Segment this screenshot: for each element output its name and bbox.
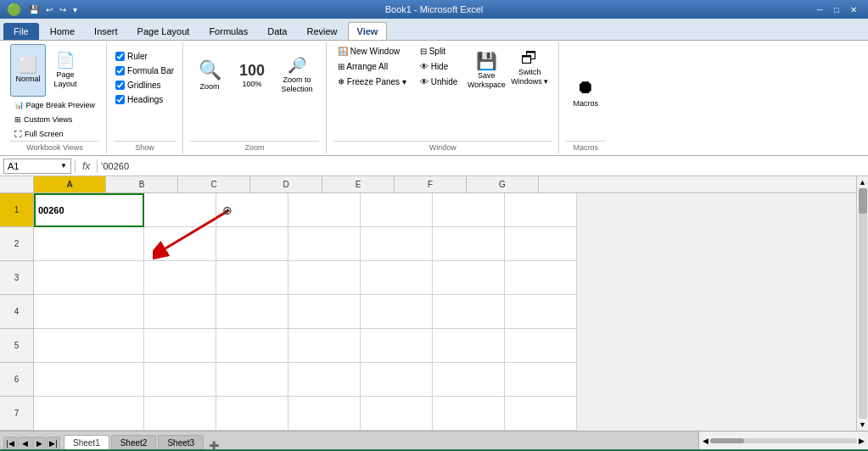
- redo-quick-btn[interactable]: ↪: [57, 4, 69, 15]
- undo-quick-btn[interactable]: ↩: [43, 4, 55, 15]
- cell-b7[interactable]: [144, 397, 216, 431]
- col-header-c[interactable]: C: [178, 176, 250, 193]
- col-header-b[interactable]: B: [106, 176, 178, 193]
- cell-g7[interactable]: [505, 397, 577, 431]
- cell-d7[interactable]: [288, 397, 361, 431]
- cell-d4[interactable]: [288, 295, 361, 329]
- sheet-nav-next[interactable]: ▶: [32, 437, 46, 449]
- cell-b2[interactable]: [144, 227, 216, 261]
- cell-b3[interactable]: [144, 261, 216, 295]
- cell-b5[interactable]: [144, 329, 216, 363]
- tab-review[interactable]: Review: [297, 22, 346, 40]
- sheet-tab-sheet1[interactable]: Sheet1: [64, 435, 109, 449]
- new-sheet-btn[interactable]: ➕: [209, 441, 219, 449]
- vertical-scrollbar[interactable]: ▲ ▼: [856, 176, 868, 431]
- cell-c5[interactable]: [216, 329, 288, 363]
- formula-input[interactable]: [101, 159, 865, 174]
- ruler-check[interactable]: Ruler: [114, 51, 149, 62]
- cell-c3[interactable]: [216, 261, 288, 295]
- close-btn[interactable]: ✕: [846, 3, 861, 16]
- row-header-4[interactable]: 4: [0, 295, 34, 329]
- hide-btn[interactable]: 👁 Hide: [416, 59, 462, 74]
- switch-windows-btn[interactable]: 🗗 SwitchWindows ▾: [507, 44, 552, 100]
- custom-views-btn[interactable]: ⊞ Custom Views: [10, 113, 99, 126]
- zoom-selection-btn[interactable]: 🔎 Zoom toSelection: [275, 47, 319, 103]
- unhide-btn[interactable]: 👁 Unhide: [416, 75, 462, 89]
- save-workspace-btn[interactable]: 💾 SaveWorkspace: [467, 44, 506, 97]
- sheet-tab-sheet3[interactable]: Sheet3: [158, 435, 204, 449]
- tab-view[interactable]: View: [348, 22, 388, 40]
- tab-formulas[interactable]: Formulas: [199, 22, 257, 40]
- cell-a1[interactable]: 00260: [34, 193, 144, 227]
- cell-a5[interactable]: [34, 329, 144, 363]
- new-window-btn[interactable]: 🪟 New Window: [333, 44, 411, 58]
- cell-b1[interactable]: [144, 193, 216, 227]
- cell-a2[interactable]: [34, 227, 144, 261]
- cell-b4[interactable]: [144, 295, 216, 329]
- cell-d5[interactable]: [288, 329, 361, 363]
- cell-f4[interactable]: [433, 295, 505, 329]
- cell-a3[interactable]: [34, 261, 144, 295]
- h-scroll-thumb[interactable]: [710, 438, 744, 443]
- sheet-nav-prev[interactable]: ◀: [18, 437, 31, 449]
- cell-a4[interactable]: [34, 295, 144, 329]
- page-break-preview-btn[interactable]: 📊 Page Break Preview: [10, 98, 99, 112]
- scroll-track[interactable]: [859, 188, 867, 419]
- cell-g5[interactable]: [505, 329, 577, 363]
- cell-c6[interactable]: [216, 363, 288, 397]
- tab-insert[interactable]: Insert: [85, 22, 127, 40]
- normal-btn[interactable]: ⬜ Normal: [10, 44, 46, 97]
- full-screen-btn[interactable]: ⛶ Full Screen: [10, 127, 99, 141]
- row-header-3[interactable]: 3: [0, 261, 34, 295]
- sheet-nav-first[interactable]: |◀: [3, 437, 17, 449]
- freeze-panes-btn[interactable]: ❄ Freeze Panes ▾: [333, 75, 411, 89]
- save-quick-btn[interactable]: 💾: [26, 4, 42, 15]
- cell-g6[interactable]: [505, 363, 577, 397]
- cell-c4[interactable]: [216, 295, 288, 329]
- gridlines-check[interactable]: Gridlines: [114, 80, 162, 91]
- row-header-6[interactable]: 6: [0, 363, 34, 397]
- col-header-e[interactable]: E: [322, 176, 395, 193]
- scroll-up-btn[interactable]: ▲: [859, 178, 866, 187]
- cell-g4[interactable]: [505, 295, 577, 329]
- col-header-f[interactable]: F: [395, 176, 467, 193]
- cell-g3[interactable]: [505, 261, 577, 295]
- cell-e2[interactable]: [361, 227, 433, 261]
- cell-f3[interactable]: [433, 261, 505, 295]
- tab-home[interactable]: Home: [41, 22, 84, 40]
- cell-f7[interactable]: [433, 397, 505, 431]
- headings-check[interactable]: Headings: [114, 94, 165, 105]
- cell-a7[interactable]: [34, 397, 144, 431]
- name-box-dropdown[interactable]: ▼: [60, 162, 67, 170]
- cell-e1[interactable]: [361, 193, 433, 227]
- cell-g1[interactable]: [505, 193, 577, 227]
- cell-a6[interactable]: [34, 363, 144, 397]
- row-header-5[interactable]: 5: [0, 329, 34, 363]
- customize-quick-btn[interactable]: ▾: [70, 4, 80, 15]
- cell-d2[interactable]: [288, 227, 361, 261]
- cell-f6[interactable]: [433, 363, 505, 397]
- zoom-100-btn[interactable]: 100 100%: [232, 47, 272, 103]
- cell-e5[interactable]: [361, 329, 433, 363]
- split-btn[interactable]: ⊟ Split: [416, 44, 462, 58]
- cell-e6[interactable]: [361, 363, 433, 397]
- cell-c7[interactable]: [216, 397, 288, 431]
- scroll-right-btn[interactable]: ▶: [859, 437, 865, 445]
- cell-c1[interactable]: [216, 193, 288, 227]
- row-header-2[interactable]: 2: [0, 227, 34, 261]
- name-box[interactable]: A1 ▼: [3, 159, 71, 174]
- col-header-a[interactable]: A: [34, 176, 106, 193]
- cell-c2[interactable]: [216, 227, 288, 261]
- col-header-g[interactable]: G: [467, 176, 539, 193]
- scroll-thumb[interactable]: [859, 188, 867, 214]
- tab-page-layout[interactable]: Page Layout: [128, 22, 199, 40]
- zoom-btn[interactable]: 🔍 Zoom: [190, 47, 229, 103]
- cell-d3[interactable]: [288, 261, 361, 295]
- macros-btn[interactable]: ⏺ Macros: [566, 64, 605, 120]
- cell-e3[interactable]: [361, 261, 433, 295]
- scroll-left-btn[interactable]: ◀: [703, 437, 708, 445]
- horizontal-scrollbar[interactable]: ◀ ▶: [698, 432, 868, 449]
- row-header-7[interactable]: 7: [0, 397, 34, 431]
- restore-btn[interactable]: □: [829, 3, 844, 16]
- cell-d6[interactable]: [288, 363, 361, 397]
